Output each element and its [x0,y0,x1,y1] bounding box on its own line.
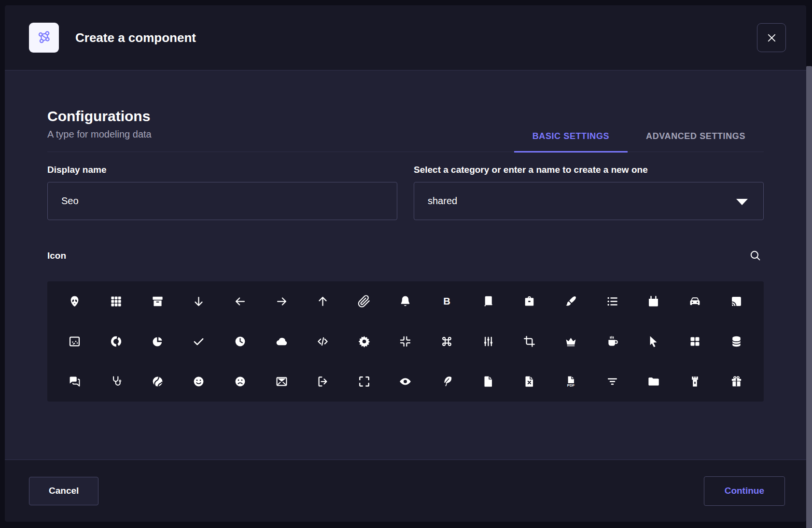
heading-row: Configurations A type for modeling data … [47,108,764,152]
emotion-unhappy-icon[interactable] [227,369,252,394]
icon-section-head: Icon [47,247,764,264]
tab-basic-settings[interactable]: BASIC SETTINGS [514,121,628,152]
database-icon[interactable] [724,329,749,354]
clock-icon[interactable] [227,329,252,354]
code-icon[interactable] [310,329,336,354]
filter-icon[interactable] [600,369,625,394]
page-title: Configurations [47,108,152,124]
cast-icon[interactable] [724,289,749,314]
chevron-down-icon [736,199,748,205]
file-error-icon[interactable] [517,369,542,394]
cursor-icon[interactable] [641,329,666,354]
settings-tabs: BASIC SETTINGS ADVANCED SETTINGS [514,121,764,152]
arrow-left-icon[interactable] [227,289,252,314]
tab-advanced-settings[interactable]: ADVANCED SETTINGS [628,121,764,152]
archive-icon[interactable] [145,289,170,314]
connector-icon[interactable] [476,329,501,354]
file-icon[interactable] [476,369,501,394]
exit-icon[interactable] [310,369,336,394]
calendar-icon[interactable] [641,289,666,314]
apps-icon[interactable] [103,289,128,314]
page-scrollbar[interactable] [806,66,812,528]
discuss-icon[interactable] [62,369,87,394]
feather-icon[interactable] [434,369,460,394]
cup-icon[interactable] [600,329,625,354]
cog-icon[interactable] [351,329,377,354]
modal-footer: Cancel Continue [5,459,806,522]
display-name-input[interactable] [47,182,397,220]
icon-grid: BPDF [47,281,764,402]
car-icon[interactable] [683,289,708,314]
heading-block: Configurations A type for modeling data [47,108,152,152]
file-pdf-icon[interactable]: PDF [559,369,584,394]
display-name-label: Display name [47,165,397,175]
bold-icon[interactable]: B [434,289,460,314]
briefcase-icon[interactable] [517,289,542,314]
svg-text:PDF: PDF [567,383,575,388]
svg-text:B: B [443,296,450,306]
category-label: Select a category or enter a name to cre… [414,165,764,175]
cloud-icon[interactable] [269,329,294,354]
page-subtitle: A type for modeling data [47,129,152,140]
eye-icon[interactable] [393,369,418,394]
modal-body: Configurations A type for modeling data … [5,70,806,459]
check-icon[interactable] [186,329,211,354]
gate-icon[interactable] [683,369,708,394]
emotion-happy-icon[interactable] [186,369,211,394]
bell-icon[interactable] [393,289,418,314]
icon-picker-label: Icon [47,250,66,261]
continue-button[interactable]: Continue [704,476,785,506]
display-name-field-group: Display name [47,165,397,220]
create-component-modal: Create a component Configurations A type… [5,5,806,522]
book-icon[interactable] [476,289,501,314]
expand-icon[interactable] [351,369,377,394]
brush-icon[interactable] [559,289,584,314]
modal-header: Create a component [5,5,806,70]
page-backdrop: { "modal": { "title": "Create a componen… [0,0,812,528]
form-row: Display name Select a category or enter … [47,165,764,220]
cancel-button[interactable]: Cancel [29,477,98,505]
crown-icon[interactable] [559,329,584,354]
category-select[interactable]: shared [414,182,764,220]
chart-pie-icon[interactable] [145,329,170,354]
gift-icon[interactable] [724,369,749,394]
bullet-list-icon[interactable] [600,289,625,314]
close-icon[interactable] [757,23,786,52]
folder-icon[interactable] [641,369,666,394]
dashboard-icon[interactable] [683,329,708,354]
modal-title: Create a component [75,30,196,45]
arrow-down-icon[interactable] [186,289,211,314]
chart-bubble-icon[interactable] [62,329,87,354]
doctor-icon[interactable] [103,369,128,394]
command-icon[interactable] [434,329,460,354]
crop-icon[interactable] [517,329,542,354]
category-select-value: shared [428,195,457,207]
search-icon[interactable] [747,247,764,264]
collapse-icon[interactable] [393,329,418,354]
arrow-up-icon[interactable] [310,289,336,314]
alien-icon[interactable] [62,289,87,314]
envelop-icon[interactable] [269,369,294,394]
attachment-icon[interactable] [351,289,377,314]
component-icon [29,23,59,53]
earth-icon[interactable] [145,369,170,394]
arrow-right-icon[interactable] [269,289,294,314]
category-field-group: Select a category or enter a name to cre… [414,165,764,220]
chart-circle-icon[interactable] [103,329,128,354]
